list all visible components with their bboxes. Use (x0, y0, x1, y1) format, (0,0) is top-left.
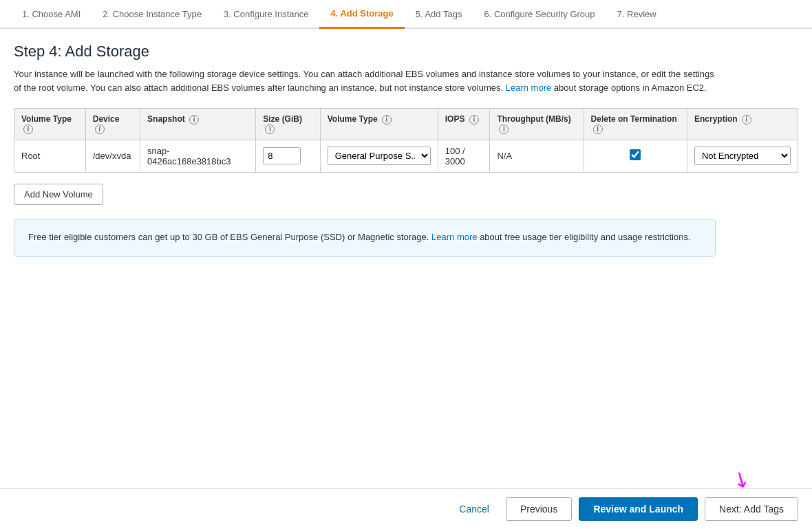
wizard-step-add-tags[interactable]: 5. Add Tags (405, 1, 473, 28)
review-and-launch-button[interactable]: Review and Launch (579, 497, 698, 521)
device-header-info-icon[interactable]: i (95, 125, 105, 134)
snapshot-header-info-icon[interactable]: i (189, 115, 199, 125)
wizard-step-add-storage[interactable]: 4. Add Storage (319, 0, 404, 29)
row-encryption-select[interactable]: Not Encrypted Encrypted (694, 147, 791, 165)
row-delete-on-termination-checkbox[interactable] (630, 149, 641, 160)
wizard-step-configure-instance[interactable]: 3. Configure Instance (213, 1, 320, 28)
free-tier-text2: about free usage tier eligibility and us… (480, 232, 690, 242)
next-add-tags-button[interactable]: Next: Add Tags (705, 497, 798, 521)
storage-table: Volume Type i Device i Snapshot i Size (… (14, 108, 798, 173)
row-snapshot: snap-0426ac168e3818bc3 (140, 140, 256, 172)
table-row: Root /dev/xvda snap-0426ac168e3818bc3 Ge… (14, 140, 798, 172)
row-encryption-cell: Not Encrypted Encrypted (687, 140, 798, 172)
row-delete-on-termination-cell (584, 140, 687, 172)
col-header-iops: IOPS i (438, 109, 490, 140)
row-device: /dev/xvda (85, 140, 140, 172)
wizard-navigation: 1. Choose AMI 2. Choose Instance Type 3.… (0, 0, 812, 29)
volume-type-header-info-icon[interactable]: i (23, 125, 33, 134)
row-volume-type: Root (14, 140, 86, 172)
wizard-step-choose-instance-type[interactable]: 2. Choose Instance Type (92, 1, 213, 28)
page-description: Your instance will be launched with the … (14, 67, 716, 94)
learn-more-storage-link[interactable]: Learn more (506, 83, 551, 93)
main-content: Step 4: Add Storage Your instance will b… (0, 29, 812, 270)
size-header-info-icon[interactable]: i (265, 125, 275, 134)
row-size-input[interactable] (263, 147, 301, 164)
wizard-step-choose-ami[interactable]: 1. Choose AMI (11, 1, 92, 28)
free-tier-learn-more-link[interactable]: Learn more (431, 232, 477, 242)
volume-type-col-header-info-icon[interactable]: i (382, 115, 392, 125)
wizard-step-configure-security-group[interactable]: 6. Configure Security Group (473, 1, 606, 28)
col-header-volume-type: Volume Type i (14, 109, 86, 140)
row-volume-type-cell: General Purpose S... Provisioned IOPS SS… (320, 140, 438, 172)
free-tier-text1: Free tier eligible customers can get up … (28, 232, 429, 242)
add-new-volume-button[interactable]: Add New Volume (14, 184, 103, 205)
free-tier-info-box: Free tier eligible customers can get up … (14, 219, 716, 257)
iops-header-info-icon[interactable]: i (469, 115, 479, 125)
delete-on-termination-header-info-icon[interactable]: i (593, 125, 603, 134)
row-throughput: N/A (490, 140, 584, 172)
page-title: Step 4: Add Storage (14, 43, 798, 61)
col-header-device: Device i (85, 109, 140, 140)
col-header-size: Size (GiB) i (256, 109, 320, 140)
bottom-toolbar: Cancel Previous Review and Launch Next: … (0, 488, 812, 529)
col-header-volume-type-col: Volume Type i (320, 109, 438, 140)
wizard-step-review[interactable]: 7. Review (606, 1, 667, 28)
col-header-delete-on-termination: Delete on Termination i (584, 109, 687, 140)
row-iops: 100 / 3000 (438, 140, 490, 172)
throughput-header-info-icon[interactable]: i (499, 125, 509, 134)
col-header-encryption: Encryption i (687, 109, 798, 140)
row-volume-type-select[interactable]: General Purpose S... Provisioned IOPS SS… (328, 147, 431, 165)
col-header-snapshot: Snapshot i (140, 109, 256, 140)
row-size-cell (256, 140, 320, 172)
encryption-header-info-icon[interactable]: i (742, 115, 751, 125)
col-header-throughput: Throughput (MB/s) i (490, 109, 584, 140)
previous-button[interactable]: Previous (506, 497, 572, 521)
cancel-button[interactable]: Cancel (449, 498, 499, 520)
